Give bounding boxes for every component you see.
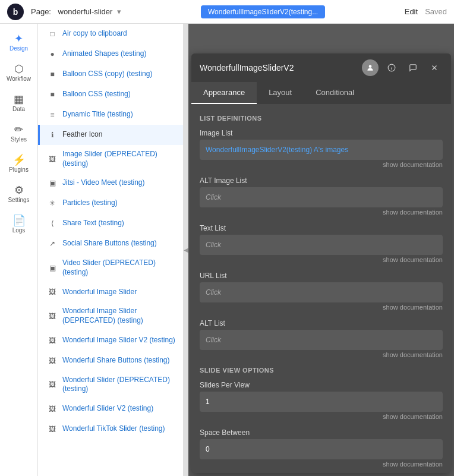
- tab-layout[interactable]: Layout: [257, 82, 304, 104]
- user-icon-button[interactable]: [362, 59, 379, 76]
- nav-label-data: Data: [12, 106, 25, 112]
- plugin-label-wonderful-slider-v2: Wonderful Slider V2 (testing): [62, 404, 153, 414]
- settings-icon: ⚙: [14, 185, 24, 196]
- plugin-icon-balloon: ■: [47, 89, 58, 100]
- show-docs-url-list[interactable]: show documentation: [200, 304, 443, 311]
- field-value-text-list[interactable]: Click: [200, 235, 443, 255]
- plugin-list-item-feather-icon[interactable]: ℹFeather Icon: [38, 125, 183, 145]
- plugin-list: □Air copy to clipboard●Animated Shapes (…: [38, 24, 184, 476]
- field-label-url-list: URL List: [200, 272, 443, 280]
- field-value-alt-list[interactable]: Click: [200, 330, 443, 350]
- plugin-list-item-share-text[interactable]: ⟨Share Text (testing): [38, 213, 183, 234]
- tab-conditional[interactable]: Conditional: [304, 82, 366, 104]
- field-url-list: URL List Click show documentation: [200, 272, 443, 311]
- close-icon-button[interactable]: [426, 59, 443, 76]
- nav-item-logs[interactable]: 📄 Logs: [2, 210, 36, 238]
- styles-icon: ✏: [14, 124, 23, 135]
- plugin-name-badge: WonderfullImageSliderV2(testing...: [201, 5, 325, 18]
- plugin-icon-particles: ✳: [47, 198, 58, 209]
- plugin-list-item-balloon[interactable]: ■Balloon CSS (testing): [38, 84, 183, 105]
- show-docs-text-list[interactable]: show documentation: [200, 256, 443, 263]
- plugin-icon-video-slider-dep: ▣: [47, 263, 58, 273]
- plugin-list-item-jitsi[interactable]: ▣Jitsi - Video Meet (testing): [38, 173, 183, 193]
- nav-label-workflow: Workflow: [7, 75, 31, 82]
- field-value-alt-image-list[interactable]: Click: [200, 187, 443, 207]
- nav-item-settings[interactable]: ⚙ Settings: [2, 180, 36, 208]
- show-docs-alt-list[interactable]: show documentation: [200, 351, 443, 358]
- panel-tabs: Appearance Layout Conditional: [191, 82, 451, 104]
- page-selector[interactable]: Page: wonderful-slider ▾: [31, 7, 121, 16]
- field-value-space-between[interactable]: 0: [200, 439, 443, 459]
- nav-item-workflow[interactable]: ⬡ Workflow: [2, 59, 36, 87]
- plugin-list-item-balloon-copy[interactable]: ■Balloon CSS (copy) (testing): [38, 64, 183, 84]
- plugin-list-item-dynamic-title[interactable]: ≡Dynamic Title (testing): [38, 105, 183, 125]
- plugin-label-balloon: Balloon CSS (testing): [62, 90, 131, 99]
- tab-appearance[interactable]: Appearance: [191, 82, 257, 104]
- plugin-list-item-wonderful-image-v2[interactable]: 🖼Wonderful Image Slider V2 (testing): [38, 330, 183, 351]
- nav-label-logs: Logs: [12, 227, 26, 234]
- plugin-label-dynamic-title: Dynamic Title (testing): [62, 110, 133, 119]
- plugin-list-item-particles[interactable]: ✳Particles (testing): [38, 193, 183, 213]
- plugin-list-item-air-copy[interactable]: □Air copy to clipboard: [38, 24, 183, 44]
- nav-item-plugins[interactable]: ⚡ Plugins: [2, 150, 36, 178]
- collapse-icon: ◀: [184, 247, 188, 253]
- plugin-icon-air-copy: □: [47, 29, 58, 39]
- page-dropdown-icon[interactable]: ▾: [117, 7, 121, 16]
- saved-label: Saved: [425, 7, 447, 16]
- page-label: Page:: [31, 7, 51, 16]
- close-icon: [430, 64, 439, 72]
- plugin-list-item-animated-shapes[interactable]: ●Animated Shapes (testing): [38, 44, 183, 64]
- plugin-icon-animated-shapes: ●: [47, 49, 58, 59]
- plugin-icon-jitsi: ▣: [47, 178, 58, 188]
- section-title-list-definitions: LIST DEFINITIONS: [200, 115, 443, 122]
- panel-header: WonderfullImageSliderV2: [191, 53, 451, 82]
- resize-divider[interactable]: ◀: [184, 24, 188, 476]
- info-icon-button[interactable]: [383, 59, 400, 76]
- plugin-label-image-slider-dep: Image Slider (DEPRECATED) (testing): [62, 150, 176, 168]
- design-icon: ✦: [14, 33, 23, 44]
- plugin-list-item-wonderful-slider-dep[interactable]: 🖼Wonderful Slider (DEPRECATED) (testing): [38, 371, 183, 399]
- info-icon: [387, 64, 396, 72]
- plugin-list-item-video-slider-dep[interactable]: ▣Video Slider (DEPRECATED) (testing): [38, 254, 183, 282]
- show-docs-alt-image-list[interactable]: show documentation: [200, 209, 443, 216]
- field-label-space-between: Space Between: [200, 428, 443, 437]
- field-label-alt-image-list: ALT Image List: [200, 176, 443, 185]
- nav-item-design[interactable]: ✦ Design: [2, 29, 36, 56]
- field-value-slides-per-view[interactable]: 1: [200, 392, 443, 412]
- plugin-list-item-wonderful-tiktok[interactable]: 🖼Wonderful TikTok Slider (testing): [38, 419, 183, 439]
- show-docs-space-between[interactable]: show documentation: [200, 461, 443, 468]
- plugin-list-item-social-share[interactable]: ↗Social Share Buttons (testing): [38, 234, 183, 254]
- plugin-list-item-wonderful-slider-v2[interactable]: 🖼Wonderful Slider V2 (testing): [38, 399, 183, 419]
- nav-label-styles: Styles: [11, 136, 27, 143]
- plugin-label-wonderful-image: Wonderful Image Slider: [62, 288, 137, 297]
- edit-label: Edit: [405, 7, 418, 16]
- plugin-icon-wonderful-image: 🖼: [47, 286, 58, 297]
- plugin-list-item-wonderful-image[interactable]: 🖼Wonderful Image Slider: [38, 282, 183, 302]
- plugin-list-item-image-slider-dep[interactable]: 🖼Image Slider (DEPRECATED) (testing): [38, 145, 183, 173]
- plugin-icon-balloon-copy: ■: [47, 69, 58, 80]
- nav-item-styles[interactable]: ✏ Styles: [2, 119, 36, 147]
- nav-label-design: Design: [10, 45, 28, 52]
- nav-label-plugins: Plugins: [9, 166, 29, 173]
- plugin-label-balloon-copy: Balloon CSS (copy) (testing): [62, 70, 152, 79]
- field-label-image-list: Image List: [200, 129, 443, 137]
- field-value-url-list[interactable]: Click: [200, 282, 443, 302]
- nav-label-settings: Settings: [8, 197, 29, 203]
- field-label-slides-per-view: Slides Per View: [200, 381, 443, 389]
- plugin-list-item-wonderful-image-dep[interactable]: 🖼Wonderful Image Slider (DEPRECATED) (te…: [38, 302, 183, 330]
- plugin-list-item-wonderful-share[interactable]: 🖼Wonderful Share Buttons (testing): [38, 351, 183, 371]
- field-slides-per-view: Slides Per View 1 show documentation: [200, 381, 443, 420]
- plugin-label-air-copy: Air copy to clipboard: [62, 29, 127, 39]
- panel-modal: WonderfullImageSliderV2: [191, 53, 451, 473]
- field-value-image-list[interactable]: WonderfullImageSliderV2(testing) A's ima…: [200, 140, 443, 160]
- main-layout: ✦ Design ⬡ Workflow ▦ Data ✏ Styles ⚡ Pl…: [0, 24, 454, 476]
- chat-icon-button[interactable]: [405, 59, 421, 76]
- show-docs-slides-per-view[interactable]: show documentation: [200, 413, 443, 420]
- show-docs-image-list[interactable]: show documentation: [200, 161, 443, 168]
- field-space-between: Space Between 0 show documentation: [200, 428, 443, 468]
- plugin-label-video-slider-dep: Video Slider (DEPRECATED) (testing): [62, 259, 176, 277]
- plugin-label-share-text: Share Text (testing): [62, 219, 124, 228]
- topbar-actions: Edit Saved: [405, 7, 447, 16]
- nav-item-data[interactable]: ▦ Data: [2, 89, 36, 117]
- plugin-label-wonderful-tiktok: Wonderful TikTok Slider (testing): [62, 424, 165, 434]
